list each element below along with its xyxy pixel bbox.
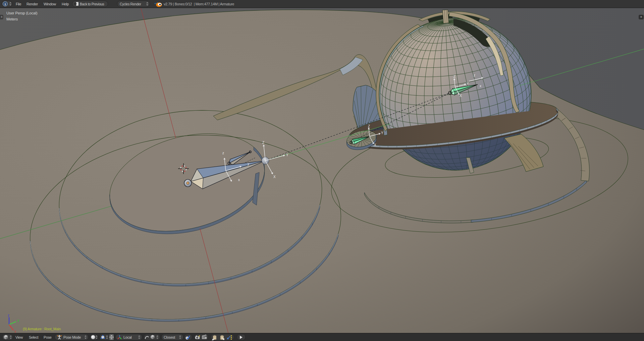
svg-text:Y: Y bbox=[467, 82, 469, 86]
svg-text:z: z bbox=[222, 151, 224, 155]
svg-text:Z: Z bbox=[453, 75, 455, 78]
svg-text:Z: Z bbox=[262, 141, 264, 145]
svg-text:y: y bbox=[248, 162, 249, 166]
svg-text:i: i bbox=[5, 2, 6, 6]
svg-text:y: y bbox=[17, 319, 19, 322]
svg-text:Z: Z bbox=[368, 124, 370, 128]
svg-text:z: z bbox=[8, 314, 9, 317]
svg-text:X: X bbox=[374, 143, 376, 147]
svg-text:x: x bbox=[238, 178, 240, 182]
svg-text:z: z bbox=[474, 73, 475, 77]
svg-text:X: X bbox=[273, 175, 276, 179]
svg-text:X: X bbox=[460, 94, 462, 98]
svg-text:Y: Y bbox=[381, 131, 383, 135]
svg-text:x: x bbox=[14, 330, 16, 333]
svg-text:Y: Y bbox=[286, 153, 288, 157]
svg-text:x: x bbox=[480, 84, 481, 88]
